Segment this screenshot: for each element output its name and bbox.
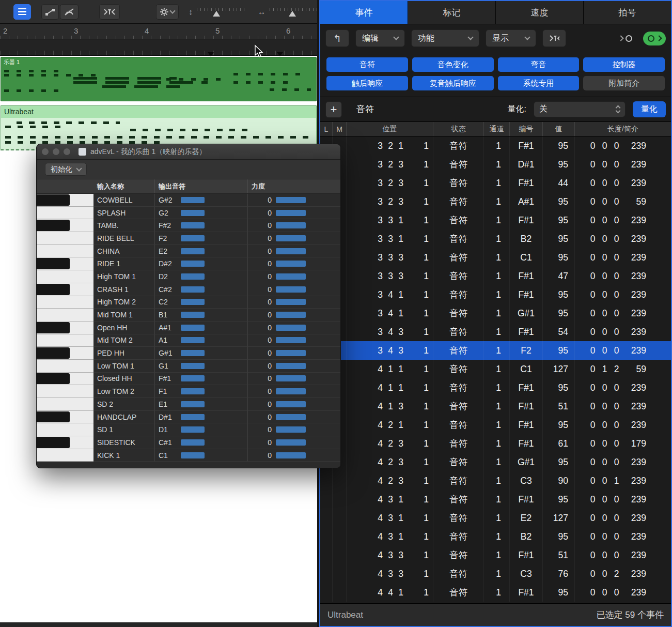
event-row[interactable]: 3311音符1F#195000239 — [320, 211, 671, 230]
filter-button[interactable]: 音色变化 — [412, 57, 494, 72]
settings-button[interactable] — [156, 4, 179, 20]
filter-button[interactable]: 控制器 — [583, 57, 665, 72]
event-row[interactable]: 3431音符1F#154000239 — [320, 323, 671, 341]
note-bar[interactable] — [181, 299, 205, 305]
preset-menu-button[interactable]: 初始化 — [45, 163, 87, 176]
event-row[interactable]: 3211音符1F#195000239 — [320, 136, 671, 155]
mapped-row[interactable]: HANDCLAPD#10 — [37, 411, 340, 424]
event-row[interactable]: 4311音符1B295000239 — [320, 527, 671, 546]
event-row[interactable]: 4111音符1C112701259 — [320, 360, 671, 378]
slider-thumb[interactable] — [289, 11, 296, 17]
event-row[interactable]: 4111音符1F#195000239 — [320, 378, 671, 397]
mapped-row[interactable]: KICK 1C10 — [37, 449, 340, 462]
edit-menu-button[interactable]: 编辑 — [355, 29, 405, 47]
note-bar[interactable] — [181, 452, 205, 458]
go-to-parent-button[interactable]: ↰ — [325, 29, 349, 47]
mapped-row[interactable]: Mid TOM 1B10 — [37, 309, 340, 322]
bottom-scrollbar[interactable] — [0, 622, 317, 627]
piano-key[interactable] — [37, 232, 93, 245]
midi-in-toggle-button[interactable] — [60, 4, 79, 20]
note-bar[interactable] — [181, 273, 205, 280]
piano-key[interactable] — [37, 283, 93, 296]
velocity-bar[interactable] — [276, 337, 306, 343]
velocity-bar[interactable] — [276, 299, 306, 305]
zoom-button[interactable] — [64, 148, 70, 155]
mapped-row[interactable]: High TOM 1D20 — [37, 270, 340, 283]
velocity-bar[interactable] — [276, 286, 306, 293]
tab-tempo[interactable]: 速度 — [496, 1, 584, 24]
velocity-bar[interactable] — [276, 401, 306, 407]
note-bar[interactable] — [181, 235, 205, 241]
note-bar[interactable] — [181, 210, 205, 216]
velocity-bar[interactable] — [276, 197, 306, 203]
filter-button[interactable]: 音符 — [326, 57, 408, 72]
event-row[interactable]: 4231音符1C390001239 — [320, 471, 671, 490]
horizontal-zoom-slider[interactable] — [270, 7, 317, 17]
bar-ruler[interactable]: 23456 — [0, 24, 317, 39]
note-bar[interactable] — [181, 363, 205, 369]
vertical-zoom-slider[interactable] — [197, 7, 244, 17]
velocity-bar[interactable] — [276, 452, 306, 458]
velocity-bar[interactable] — [276, 273, 306, 280]
event-row[interactable]: 4411音符1F#195000239 — [320, 583, 671, 602]
event-row[interactable]: 4331音符1C376002239 — [320, 564, 671, 583]
mapped-row[interactable]: Closed HHF#10 — [37, 373, 340, 386]
velocity-bar[interactable] — [276, 235, 306, 241]
event-row[interactable]: 4331音符1F#151000239 — [320, 546, 671, 564]
window-titlebar[interactable]: advEvL - 我的乐曲 1（映射的乐器） — [37, 144, 340, 160]
event-row[interactable]: 4311音符1F#195000239 — [320, 490, 671, 509]
event-filter-button-left[interactable] — [99, 4, 120, 20]
filter-button[interactable]: 系统专用 — [498, 76, 580, 90]
note-bar[interactable] — [181, 375, 205, 381]
event-row[interactable]: 4211音符1F#195000239 — [320, 416, 671, 434]
event-filter-button[interactable] — [542, 29, 566, 47]
velocity-bar[interactable] — [276, 426, 306, 433]
tab-events[interactable]: 事件 — [320, 1, 408, 24]
piano-key[interactable] — [37, 423, 93, 436]
filter-button[interactable]: 附加简介 — [583, 76, 665, 90]
piano-key[interactable] — [37, 436, 93, 449]
filter-button[interactable]: 复音触后响应 — [412, 76, 494, 90]
event-row[interactable]: 3331音符1C195000239 — [320, 248, 671, 267]
velocity-bar[interactable] — [276, 375, 306, 381]
piano-key[interactable] — [37, 411, 93, 424]
mapped-row[interactable]: Low TOM 1G10 — [37, 360, 340, 373]
piano-key[interactable] — [37, 257, 93, 270]
piano-key[interactable] — [37, 449, 93, 462]
note-bar[interactable] — [181, 350, 205, 356]
velocity-bar[interactable] — [276, 261, 306, 267]
velocity-bar[interactable] — [276, 312, 306, 318]
mapped-row[interactable]: High TOM 2C20 — [37, 296, 340, 309]
note-bar[interactable] — [181, 337, 205, 343]
event-list-view-button[interactable] — [13, 4, 31, 20]
note-bar[interactable] — [181, 248, 205, 254]
slider-thumb[interactable] — [213, 11, 220, 17]
velocity-bar[interactable] — [276, 248, 306, 254]
mapped-row[interactable]: CRASH 1C#20 — [37, 283, 340, 296]
mapped-row[interactable]: RIDE BELLF20 — [37, 232, 340, 245]
mapped-row[interactable]: PED HHG#10 — [37, 347, 340, 360]
tab-time-signature[interactable]: 拍号 — [584, 1, 671, 24]
event-row[interactable]: 4231音符1G#195000239 — [320, 453, 671, 471]
note-bar[interactable] — [181, 312, 205, 318]
mapped-row[interactable]: COWBELLG#20 — [37, 194, 340, 207]
event-row[interactable]: 3311音符1B295000239 — [320, 230, 671, 248]
note-bar[interactable] — [181, 261, 205, 267]
mapped-row[interactable]: SIDESTICKC#10 — [37, 436, 340, 449]
mapped-row[interactable]: Open HHA#10 — [37, 322, 340, 334]
mapped-row[interactable]: SPLASHG20 — [37, 207, 340, 220]
mapped-row[interactable]: RIDE 1D#20 — [37, 257, 340, 270]
event-row[interactable]: 3411音符1G#195000239 — [320, 304, 671, 323]
mapped-row[interactable]: SD 2E10 — [37, 398, 340, 411]
piano-key[interactable] — [37, 373, 93, 386]
midi-in-button[interactable] — [614, 32, 637, 45]
view-menu-button[interactable]: 显示 — [486, 29, 536, 47]
note-bar[interactable] — [181, 222, 205, 228]
note-bar[interactable] — [181, 401, 205, 407]
velocity-bar[interactable] — [276, 350, 306, 356]
piano-key[interactable] — [37, 385, 93, 398]
event-row[interactable]: 3431音符1F295000239 — [320, 341, 671, 360]
velocity-bar[interactable] — [276, 222, 306, 228]
piano-key[interactable] — [37, 270, 93, 283]
piano-key[interactable] — [37, 322, 93, 334]
